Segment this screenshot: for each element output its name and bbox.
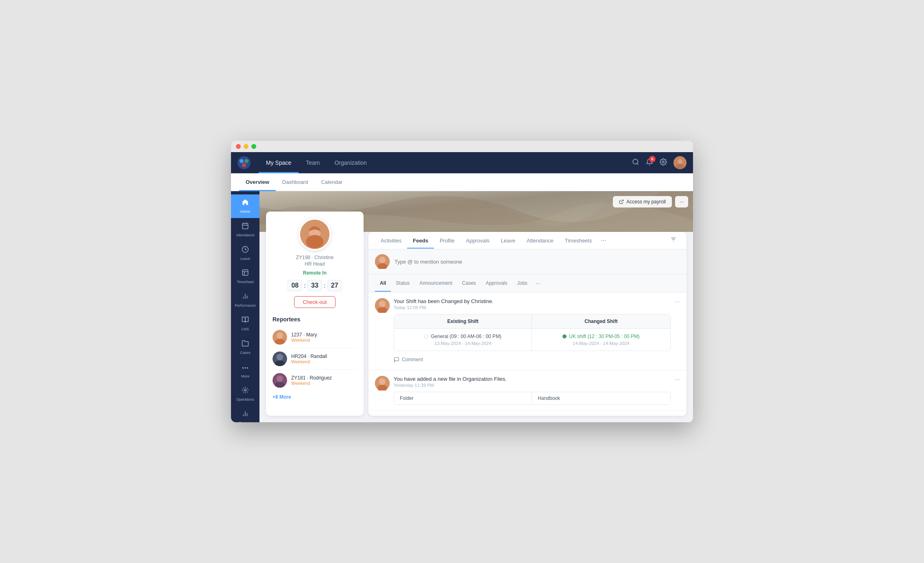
feeds-tab-feeds[interactable]: Feeds [407,233,434,249]
cases-icon [242,340,249,349]
banner-more-button[interactable]: ··· [675,196,688,207]
nav-tab-team[interactable]: Team [299,152,327,173]
svg-rect-10 [242,223,248,229]
file-col1: Folder [394,392,532,404]
sub-tab-dashboard[interactable]: Dashboard [276,173,315,191]
sidebar-item-operations[interactable]: Operations [231,382,259,406]
feeds-tab-leave[interactable]: Leave [495,233,521,249]
maximize-dot[interactable] [251,144,256,149]
feed-avatar-1 [375,298,390,313]
existing-shift-indicator [424,334,428,338]
leave-icon [242,246,249,255]
close-dot[interactable] [236,144,241,149]
feeds-tab-activities[interactable]: Activities [375,233,407,249]
feed-title-2: You have added a new file in Organizatio… [394,376,671,382]
reportee-info-rodriguez: ZY181 · Rodriguez Weekend [291,375,357,386]
svg-point-32 [277,354,283,360]
sub-tab-calendar[interactable]: Calendar [314,173,349,191]
svg-point-8 [678,159,682,164]
sidebar-label-more: More [241,374,250,379]
filter-tab-status[interactable]: Status [391,278,414,288]
payroll-button[interactable]: Access my payroll [613,196,672,207]
filter-tab-cases[interactable]: Cases [457,278,481,288]
feed-time-2: Yesterday 11:39 PM [394,383,671,388]
sidebar-item-attendance[interactable]: Attendance [231,218,259,242]
comment-icon [394,357,399,362]
file-table-row: Folder Handbook [394,392,670,404]
feed-text-input[interactable] [394,259,680,265]
feeds-tab-more-icon[interactable]: ··· [597,232,609,249]
changed-shift-date: 14-May-2024 - 14-May-2024 [538,341,663,346]
logo[interactable] [238,156,251,169]
feeds-tab-approvals[interactable]: Approvals [460,233,495,249]
nav-tab-organization[interactable]: Organization [327,152,374,173]
filter-tab-more-icon[interactable]: ··· [532,277,544,289]
banner-actions: Access my payroll ··· [613,196,688,207]
sidebar-item-home[interactable]: Home [231,194,259,218]
reports-icon [242,410,249,419]
reportee-status-randall: Weekend [291,359,357,364]
feed-item-more-1[interactable]: ··· [675,298,680,306]
changed-shift-col: UK shift (12 : 30 PM-05 : 00 PM) 14-May-… [532,328,670,351]
reportee-name-randall: HR204 · Randall [291,354,357,359]
sub-tab-overview[interactable]: Overview [239,173,276,191]
sidebar-item-cases[interactable]: Cases [231,336,259,359]
existing-shift-name: General (09 : 00 AM-06 : 00 PM) [431,334,501,339]
sidebar-item-timesheet[interactable]: Timesheet [231,265,259,288]
notification-bell-btn[interactable]: 6 [646,158,653,168]
reportee-status-mary: Weekend [291,338,357,343]
sidebar-label-attendance: Attendance [236,233,255,238]
sidebar-label-operations: Operations [236,397,254,402]
filter-tab-all[interactable]: All [375,278,391,288]
feeds-filter-icon[interactable] [667,233,680,248]
minimize-dot[interactable] [244,144,248,149]
filter-tab-jobs[interactable]: Jobs [512,278,532,288]
sidebar-label-timesheet: Timesheet [237,280,254,284]
sidebar: Home Attendance Le [231,191,259,422]
settings-icon-btn[interactable] [660,158,667,168]
attendance-icon [242,222,249,231]
reportee-avatar-randall [272,351,287,366]
existing-shift-date: 13-May-2024 - 14-May-2024 [401,341,525,346]
sidebar-item-more[interactable]: ··· More [231,359,259,383]
checkout-button[interactable]: Check-out [294,296,335,308]
nav-tab-my-space[interactable]: My Space [259,152,299,173]
existing-shift-radio: General (09 : 00 AM-06 : 00 PM) [401,334,525,339]
sidebar-item-performance[interactable]: Performance [231,288,259,312]
user-avatar-btn[interactable] [673,156,686,169]
filter-tab-announcement[interactable]: Announcement [414,278,457,288]
sidebar-label-leave: Leave [240,257,251,261]
more-icon: ··· [242,363,249,373]
sidebar-item-lms[interactable]: LMS [231,312,259,336]
app-container: My Space Team Organization [231,152,693,422]
svg-point-47 [379,378,386,385]
feed-title-1: Your Shift has been Changed by Christine… [394,298,671,304]
sidebar-item-reports[interactable]: Reports [231,406,259,422]
reportee-avatar-mary [272,330,287,345]
reportees-more-link[interactable]: +8 More [272,394,357,400]
reportee-name-mary: 1237 · Mary [291,332,357,338]
feeds-tab-attendance[interactable]: Attendance [521,233,559,249]
titlebar [231,141,693,152]
performance-icon [242,292,249,302]
file-table: Folder Handbook [394,392,671,405]
feed-content-1: Your Shift has been Changed by Christine… [394,298,671,364]
reportee-info-mary: 1237 · Mary Weekend [291,332,357,343]
feeds-tab-timesheets[interactable]: Timesheets [559,233,598,249]
svg-point-4 [633,159,638,164]
comment-button[interactable]: Comment [394,355,671,364]
reportee-item: 1237 · Mary Weekend [272,327,357,348]
feeds-tabs: Activities Feeds Profile Approvals [368,232,686,249]
changed-shift-header: Changed Shift [532,314,670,328]
top-nav: My Space Team Organization [231,152,693,173]
profile-feeds-container: ZY198 · Christine HR Head Remote In 08 :… [259,212,693,422]
changed-shift-indicator [562,334,567,338]
time-minutes: 33 [307,280,322,291]
search-icon-btn[interactable] [632,158,639,168]
filter-tab-approvals[interactable]: Approvals [481,278,512,288]
reportee-item: ZY181 · Rodriguez Weekend [272,370,357,391]
sidebar-item-leave[interactable]: Leave [231,242,259,265]
feeds-tab-profile[interactable]: Profile [434,233,460,249]
app-window: My Space Team Organization [231,141,693,422]
feed-item-more-2[interactable]: ··· [675,376,680,383]
